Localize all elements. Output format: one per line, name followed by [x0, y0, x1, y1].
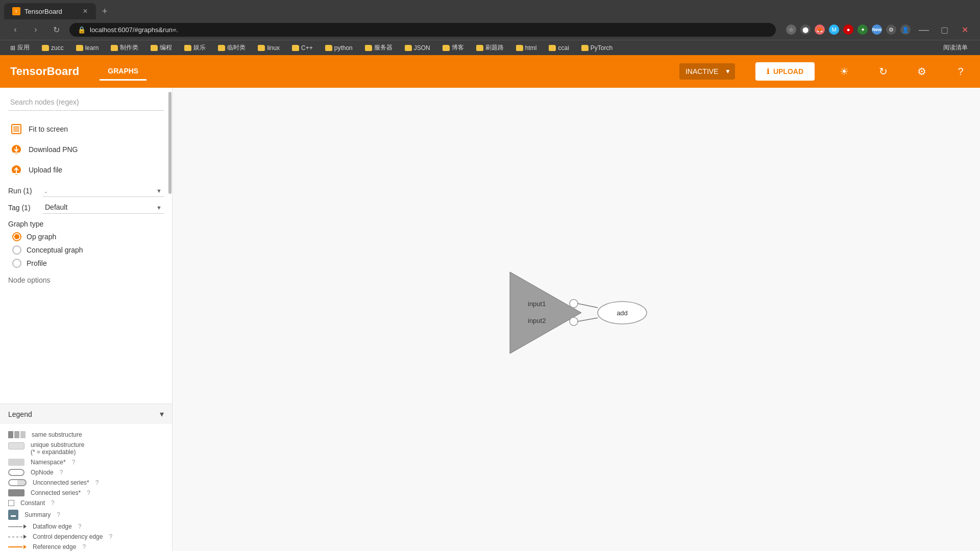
new-tab-button[interactable]: + [98, 4, 112, 19]
minimize-button[interactable]: — [917, 22, 931, 37]
legend-item-constant: Constant ? [8, 499, 164, 507]
legend-swatch-dataflow [8, 524, 27, 529]
svg-rect-3 [13, 126, 19, 132]
upload-file-icon [10, 164, 22, 176]
legend-swatch-unique [8, 442, 24, 449]
bookmark-fuwuqi[interactable]: 服务器 [363, 42, 395, 53]
theme-toggle-button[interactable]: ☀ [835, 62, 853, 81]
download-png-button[interactable]: Download PNG [8, 139, 164, 160]
sidebar: Fit to screen Download PNG [0, 88, 173, 551]
refresh-button[interactable]: ↻ [49, 22, 63, 37]
graph-area[interactable]: input1 input2 add [173, 88, 980, 551]
svg-point-11 [570, 299, 578, 308]
svg-text:add: add [617, 309, 628, 317]
tab-close-button[interactable]: ✕ [83, 8, 88, 15]
ext-icon-3[interactable]: M [829, 24, 839, 35]
legend-label-unconnected: Unconnected series* [33, 479, 89, 486]
graph-svg: input1 input2 add [449, 221, 704, 425]
ext-icon-2[interactable]: 🦊 [815, 24, 825, 35]
bookmark-biancheng[interactable]: 编程 [149, 42, 174, 53]
bookmark-learn[interactable]: learn [74, 43, 101, 53]
opnode-help-icon[interactable]: ? [60, 469, 63, 476]
legend-item-summary: ▬ Summary ? [8, 510, 164, 520]
profile-radio[interactable]: Profile [12, 259, 164, 268]
legend-label-dataflow: Dataflow edge [33, 523, 72, 530]
url-bar[interactable]: 🔒 localhost:6007/#graphs&run=. [69, 23, 776, 37]
profile-label: Profile [27, 259, 47, 267]
legend-swatch-colors [8, 431, 26, 438]
bookmark-linshilei[interactable]: 临时类 [216, 42, 248, 53]
refresh-button[interactable]: ↻ [874, 62, 892, 81]
connected-help-icon[interactable]: ? [87, 489, 90, 496]
legend-swatch-constant [8, 500, 14, 506]
ext-icon-new[interactable]: New [872, 24, 882, 35]
ext-icon-5[interactable]: ✦ [857, 24, 868, 35]
forward-button[interactable]: › [29, 22, 43, 37]
fit-to-screen-button[interactable]: Fit to screen [8, 119, 164, 139]
op-graph-radio[interactable]: Op graph [12, 232, 164, 241]
run-row: Run (1) . ▼ [8, 184, 164, 197]
ext-icon-4[interactable]: ● [843, 24, 853, 35]
maximize-button[interactable]: ▢ [937, 22, 951, 37]
reading-mode-button[interactable]: 阅读清单 [939, 42, 972, 53]
legend-toggle[interactable]: Legend ▾ [0, 404, 172, 424]
bookmark-linux[interactable]: linux [256, 43, 282, 53]
bookmark-ccai[interactable]: ccai [547, 43, 571, 53]
op-graph-radio-circle [12, 232, 21, 241]
legend-label-connected: Connected series* [31, 489, 81, 496]
bookmark-cpp[interactable]: C++ [290, 43, 315, 53]
dataflow-help-icon[interactable]: ? [78, 523, 82, 530]
settings-button[interactable]: ⚙ [913, 62, 931, 81]
sidebar-scrollbar[interactable] [168, 88, 172, 551]
sidebar-run-selector[interactable]: . [43, 184, 164, 197]
run-label: Run (1) [8, 187, 39, 195]
help-button[interactable]: ? [951, 62, 970, 81]
bookmark-shuati[interactable]: 刷题路 [474, 42, 506, 53]
bookmark-boke[interactable]: 博客 [440, 42, 466, 53]
bookmark-python[interactable]: python [323, 43, 355, 53]
legend-label-control: Control dependency edge [33, 533, 103, 540]
bookmark-pytorch[interactable]: PyTorch [579, 43, 615, 53]
bookmark-yule[interactable]: 娱乐 [182, 42, 208, 53]
control-help-icon[interactable]: ? [109, 533, 112, 540]
url-text: localhost:6007/#graphs&run=. [90, 26, 178, 34]
legend-swatch-unconnected [8, 479, 27, 486]
bookmark-apps[interactable]: ⊞ 应用 [8, 42, 32, 53]
legend-item-unconnected: Unconnected series* ? [8, 479, 164, 486]
legend-label-colors: same substructure [32, 431, 82, 438]
bookmark-json[interactable]: JSON [403, 43, 432, 53]
unconnected-help-icon[interactable]: ? [95, 479, 99, 486]
upload-file-button[interactable]: Upload file [8, 160, 164, 180]
bookmark-zhizuolei[interactable]: 制作类 [109, 42, 140, 53]
legend-label-unique: unique substructure (* = expandable) [31, 441, 84, 456]
ext-icon-6[interactable]: ⚙ [886, 24, 896, 35]
bookmark-html[interactable]: html [514, 43, 539, 53]
upload-button[interactable]: ℹ UPLOAD [755, 62, 815, 81]
legend-section: Legend ▾ same substructure [0, 404, 172, 551]
close-window-button[interactable]: ✕ [958, 22, 972, 37]
conceptual-graph-radio[interactable]: Conceptual graph [12, 245, 164, 255]
constant-help-icon[interactable]: ? [51, 499, 55, 507]
legend-item-colors: same substructure [8, 431, 164, 438]
bookmark-zucc[interactable]: zucc [40, 43, 66, 53]
search-input[interactable] [8, 94, 164, 111]
browser-tab[interactable]: T TensorBoard ✕ [4, 3, 96, 19]
ext-icon-1[interactable]: ⬤ [800, 24, 811, 35]
nav-graphs[interactable]: GRAPHS [100, 63, 146, 81]
namespace-help-icon[interactable]: ? [72, 459, 76, 466]
svg-line-18 [578, 318, 598, 321]
tag-label: Tag (1) [8, 204, 39, 212]
profile-radio-circle [12, 259, 21, 268]
legend-item-reference: Reference edge ? [8, 543, 164, 550]
run-selector[interactable]: INACTIVE [679, 63, 735, 80]
bookmark-icon[interactable]: ☆ [786, 24, 796, 35]
legend-label-namespace: Namespace* [31, 459, 66, 466]
ext-icon-7[interactable]: 👤 [900, 24, 911, 35]
back-button[interactable]: ‹ [8, 22, 22, 37]
sidebar-tag-selector[interactable]: Default [43, 201, 164, 214]
reference-help-icon[interactable]: ? [82, 543, 86, 550]
legend-label-opnode: OpNode [31, 469, 54, 476]
fit-screen-icon [10, 123, 22, 135]
legend-item-unique: unique substructure (* = expandable) [8, 441, 164, 456]
summary-help-icon[interactable]: ? [57, 511, 60, 518]
